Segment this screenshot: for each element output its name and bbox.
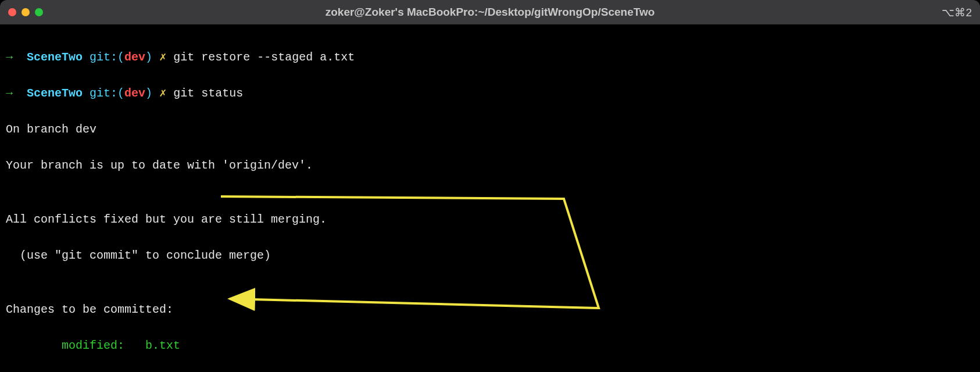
prompt-arrow: → <box>6 87 13 100</box>
prompt-branch: dev <box>124 51 145 64</box>
prompt-line-2: → SceneTwo git:(dev) ✗ git status <box>6 84 974 102</box>
prompt-git-close: ) <box>145 87 152 100</box>
window-shortcut-hint: ⌥⌘2 <box>942 6 972 19</box>
prompt-dirty-icon: ✗ <box>159 87 166 100</box>
command-2: git status <box>173 87 243 100</box>
terminal-window: zoker@Zoker's MacBookPro:~/Desktop/gitWr… <box>0 0 980 372</box>
prompt-git-label: git:( <box>90 51 124 64</box>
prompt-dir: SceneTwo <box>27 51 83 64</box>
annotation-arrow-icon <box>0 24 980 372</box>
prompt-dirty-icon: ✗ <box>159 51 166 64</box>
command-1: git restore --staged a.txt <box>173 51 355 64</box>
prompt-line-1: → SceneTwo git:(dev) ✗ git restore --sta… <box>6 48 974 66</box>
output-line: On branch dev <box>6 120 974 138</box>
output-line: All conflicts fixed but you are still me… <box>6 210 974 228</box>
titlebar: zoker@Zoker's MacBookPro:~/Desktop/gitWr… <box>0 0 980 24</box>
output-line: Changes to be committed: <box>6 301 974 319</box>
staged-modified-line: modified: b.txt <box>6 337 974 355</box>
output-line: (use "git commit" to conclude merge) <box>6 246 974 264</box>
prompt-arrow: → <box>6 51 13 64</box>
maximize-button[interactable] <box>35 8 43 16</box>
output-line: Your branch is up to date with 'origin/d… <box>6 156 974 174</box>
prompt-branch: dev <box>124 87 145 100</box>
minimize-button[interactable] <box>22 8 30 16</box>
terminal-body[interactable]: → SceneTwo git:(dev) ✗ git restore --sta… <box>0 24 980 372</box>
close-button[interactable] <box>8 8 16 16</box>
traffic-lights <box>8 8 43 16</box>
window-title: zoker@Zoker's MacBookPro:~/Desktop/gitWr… <box>326 6 655 19</box>
prompt-git-label: git:( <box>90 87 124 100</box>
staged-file: b.txt <box>145 339 180 352</box>
prompt-dir: SceneTwo <box>27 87 83 100</box>
prompt-git-close: ) <box>145 51 152 64</box>
modified-label: modified: <box>6 339 145 352</box>
